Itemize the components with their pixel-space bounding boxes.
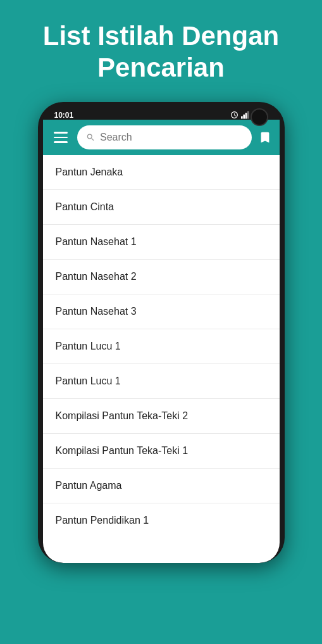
list-item[interactable]: Kompilasi Pantun Teka-Teki 2	[43, 399, 280, 434]
phone-screen: Pantun JenakaPantun CintaPantun Nasehat …	[43, 120, 280, 563]
list-item[interactable]: Pantun Pendidikan 1	[43, 503, 280, 538]
list-item[interactable]: Pantun Cinta	[43, 190, 280, 225]
list-item[interactable]: Pantun Jenaka	[43, 155, 280, 190]
signal-icon	[241, 111, 251, 119]
status-time: 10:01	[54, 111, 74, 120]
svg-rect-0	[241, 117, 243, 119]
camera-cutout	[251, 108, 268, 126]
svg-rect-3	[247, 111, 249, 119]
page-title: List Istilah Dengan Pencarian	[0, 0, 322, 102]
alarm-icon	[230, 111, 238, 119]
phone-frame: 10:01 55%	[38, 102, 285, 563]
svg-rect-1	[244, 115, 245, 119]
menu-button[interactable]	[51, 132, 71, 143]
search-icon	[86, 132, 96, 142]
svg-rect-2	[245, 113, 247, 118]
list-item[interactable]: Pantun Lucu 1	[43, 364, 280, 399]
list-item[interactable]: Pantun Nasehat 3	[43, 294, 280, 329]
search-bar[interactable]	[77, 125, 252, 149]
list-container: Pantun JenakaPantun CintaPantun Nasehat …	[43, 155, 280, 538]
search-input[interactable]	[100, 132, 242, 143]
list-item[interactable]: Pantun Agama	[43, 469, 280, 503]
status-bar: 10:01 55%	[43, 107, 280, 120]
list-item[interactable]: Kompilasi Pantun Teka-Teki 1	[43, 434, 280, 469]
app-toolbar	[43, 120, 280, 155]
list-item[interactable]: Pantun Nasehat 2	[43, 260, 280, 294]
list-item[interactable]: Pantun Nasehat 1	[43, 225, 280, 260]
bookmark-icon[interactable]	[258, 130, 272, 144]
list-item[interactable]: Pantun Lucu 1	[43, 329, 280, 364]
